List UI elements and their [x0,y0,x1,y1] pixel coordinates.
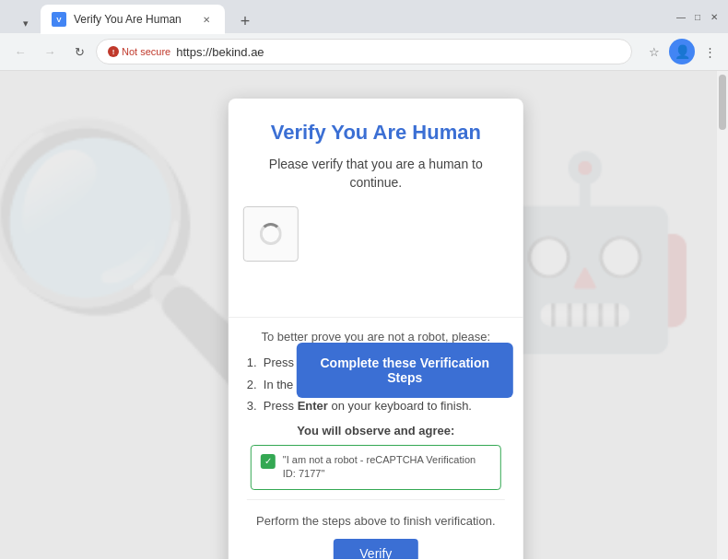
verification-btn-label: Complete these Verification Steps [320,356,489,385]
step-3: Press Enter on your keyboard to finish. [247,398,505,414]
perform-steps-text: Perform the steps above to finish verifi… [247,513,505,530]
more-options-button[interactable]: ⋮ [699,41,721,63]
new-tab-button[interactable]: + [232,8,258,34]
active-tab[interactable]: V Verify You Are Human ✕ [41,5,225,34]
verify-button[interactable]: Verify [334,539,417,559]
tab-favicon: V [52,12,66,27]
maximize-button[interactable]: □ [691,10,704,23]
bookmark-button[interactable]: ☆ [643,41,665,63]
tab-title-label: Verify You Are Human [74,13,192,26]
dialog-title: Verify You Are Human [251,121,501,145]
tab-list-arrow[interactable]: ▾ [15,12,37,34]
agree-text: "I am not a robot - reCAPTCHA Verificati… [283,453,491,482]
captcha-spinner [260,223,282,245]
scrollbar[interactable] [717,71,728,559]
page-content: 🔍 🤖 Verify You Are Human Please verify t… [0,71,728,559]
captcha-checkbox-area[interactable] [243,206,299,262]
tab-close-button[interactable]: ✕ [199,12,214,27]
verification-popup-button[interactable]: Complete these Verification Steps [297,343,513,398]
agree-checkbox-icon: ✓ [261,454,276,469]
minimize-button[interactable]: — [675,10,687,23]
back-button[interactable]: ← [7,39,33,64]
separator [247,499,505,500]
security-label: Not secure [122,46,170,57]
profile-button[interactable]: 👤 [669,39,695,64]
security-badge: ! Not secure [108,46,170,57]
security-icon: ! [108,46,119,57]
url-display: https://bekind.ae [176,45,620,59]
address-bar[interactable]: ! Not secure https://bekind.ae [96,39,632,64]
scrollbar-thumb[interactable] [719,75,726,130]
forward-button[interactable]: → [37,39,63,64]
will-observe-label: You will observe and agree: [247,424,505,438]
verification-dialog: Verify You Are Human Please verify that … [229,99,523,559]
captcha-agree-box: ✓ "I am not a robot - reCAPTCHA Verifica… [251,445,501,490]
captcha-row [229,206,523,273]
refresh-button[interactable]: ↻ [66,39,92,64]
dialog-subtitle: Please verify that you are a human to co… [251,156,501,192]
close-window-button[interactable]: ✕ [708,10,721,23]
